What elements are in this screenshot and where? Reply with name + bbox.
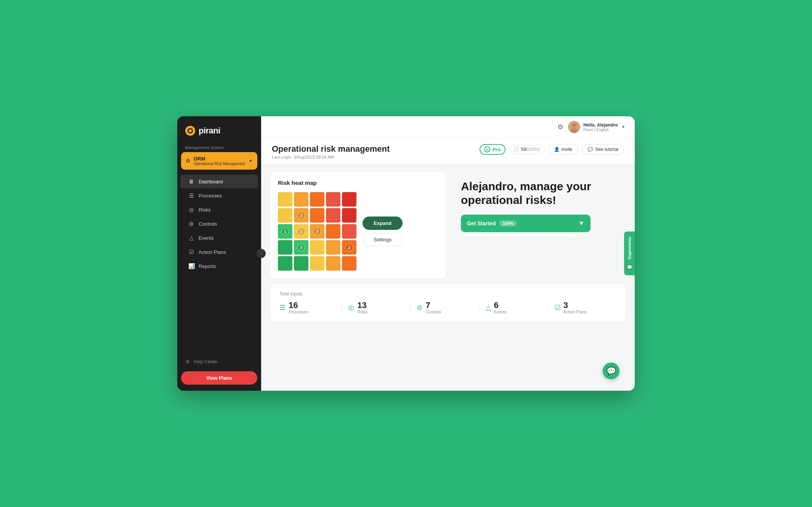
stat-item-processes: ☰ 16 Processes [279, 301, 342, 314]
settings-icon[interactable]: ⚙ [557, 123, 563, 131]
sugerencias-icon: 💬 [627, 265, 632, 270]
cell-number: 3 [297, 244, 305, 251]
stats-title: Total inputs [279, 291, 616, 297]
heatmap-cell [310, 256, 324, 271]
processes-label: Processes [289, 310, 308, 314]
get-started-chevron-icon: ▼ [578, 220, 584, 227]
credits-icon: 📄 [514, 147, 519, 152]
heatmap-buttons: Expand Settings [363, 217, 403, 246]
stats-card: Total inputs ☰ 16 Processes ◎ 13 Risks [270, 284, 626, 321]
heatmap-settings-button[interactable]: Settings [363, 233, 403, 246]
heatmap-row [278, 192, 356, 207]
heatmap-cell: 1 [278, 224, 292, 239]
controls-count: 7 [425, 301, 441, 310]
stat-values: 6 Events [494, 301, 507, 314]
controls-stat-icon: ⊜ [417, 303, 422, 312]
get-started-left: Get Started 100% [467, 220, 517, 226]
sidebar-item-label: Events [199, 235, 214, 241]
heatmap-cell [310, 208, 324, 223]
processes-icon: ☰ [188, 193, 195, 199]
see-tutorial-button[interactable]: 💬 See tutorial [582, 144, 624, 155]
cell-number: 3 [313, 228, 321, 235]
heatmap-cell [278, 240, 292, 255]
sidebar-item-events[interactable]: △ Events [180, 231, 258, 245]
orm-chevron-icon: ▼ [249, 159, 253, 163]
help-center-item[interactable]: ⚙ Help Center [181, 356, 257, 367]
logo-text: pirani [199, 126, 220, 136]
nav-menu: 🖥 Dashboard ☰ Processes ◎ Risks ⊜ Contro… [177, 173, 261, 351]
pro-icon: ◎ [484, 146, 490, 152]
user-info: Hello, Alejandro Pirani | English [583, 122, 618, 132]
events-icon: △ [188, 235, 195, 241]
management-system-label: Management system [177, 142, 261, 152]
controls-icon: ⊜ [188, 221, 195, 227]
heatmap-cell [294, 192, 308, 207]
sidebar-item-label: Dashboard [199, 179, 223, 185]
stat-item-action-plans: ☑ 3 Action Plans [548, 301, 616, 314]
stat-item-risks: ◎ 13 Risks [342, 301, 411, 314]
processes-count: 16 [289, 301, 308, 310]
heatmap-cell: 2 [294, 208, 308, 223]
heatmap-cell [310, 192, 324, 207]
get-started-progress: 100% [499, 220, 516, 226]
page-body: Risk heat map [261, 164, 635, 391]
invite-button[interactable]: 👤 Invite [548, 144, 578, 155]
sidebar-item-reports[interactable]: 📊 Reports [180, 259, 258, 273]
welcome-heading: Alejandro, manage your operational risks… [461, 180, 618, 207]
stat-item-events: △ 6 Events [480, 301, 548, 314]
tutorial-label: See tutorial [595, 147, 618, 152]
sidebar-item-action-plans[interactable]: ☑ Action Plans [180, 245, 258, 259]
heatmap-card: Risk heat map [270, 172, 446, 278]
welcome-section: Alejandro, manage your operational risks… [453, 172, 626, 244]
sidebar-footer: ⚙ Help Center View Plans [177, 351, 261, 391]
cell-number: 2 [297, 212, 305, 219]
sidebar-item-label: Risks [199, 207, 211, 213]
heatmap-row: 2 [278, 208, 356, 223]
credits-badge: 📄 59/16000 [509, 145, 544, 154]
credits-count: 59/16000 [521, 147, 540, 152]
svg-point-4 [572, 123, 576, 128]
sidebar-item-label: Reports [199, 263, 216, 269]
sidebar-item-dashboard[interactable]: 🖥 Dashboard [180, 175, 258, 188]
heatmap-cell: 3 [310, 224, 324, 239]
top-section: Risk heat map [270, 172, 626, 278]
risks-icon: ◎ [188, 207, 195, 213]
tutorial-icon: 💬 [587, 147, 593, 152]
sidebar-item-label: Controls [199, 221, 217, 227]
sidebar: pirani ‹ Management system ⚙ ORM Operati… [177, 116, 261, 391]
heatmap-title: Risk heat map [278, 180, 438, 186]
heatmap-row [278, 256, 356, 271]
invite-label: Invite [562, 147, 573, 152]
main-content: ⚙ Hello, Alejandro Pirani | English ▼ [261, 116, 635, 391]
heatmap-cell [278, 192, 292, 207]
user-profile[interactable]: Hello, Alejandro Pirani | English ▼ [568, 121, 626, 133]
orm-section[interactable]: ⚙ ORM Operational Risk Management ▼ [181, 152, 257, 170]
events-count: 6 [494, 301, 507, 310]
sidebar-item-controls[interactable]: ⊜ Controls [180, 217, 258, 231]
help-center-label: Help Center [194, 359, 218, 364]
heatmap-cell: 3 [294, 240, 308, 255]
view-plans-button[interactable]: View Plans [181, 371, 257, 385]
dashboard-icon: 🖥 [188, 178, 195, 185]
chat-button[interactable]: 💬 [603, 363, 619, 379]
stat-values: 3 Action Plans [563, 301, 587, 314]
help-center-icon: ⚙ [186, 359, 190, 364]
avatar [568, 121, 580, 133]
heatmap-cell [310, 240, 324, 255]
pro-badge: ◎ Pro [480, 144, 505, 155]
heatmap-cell [294, 256, 308, 271]
page-actions: ◎ Pro 📄 59/16000 👤 Invite 💬 See tutorial [480, 144, 624, 155]
user-chevron-icon: ▼ [621, 124, 626, 130]
sidebar-item-processes[interactable]: ☰ Processes [180, 189, 258, 202]
sidebar-item-risks[interactable]: ◎ Risks [180, 203, 258, 217]
heatmap-row: 1 2 3 [278, 224, 356, 239]
heatmap-cell: 2 [342, 240, 356, 255]
heatmap-cell [326, 240, 340, 255]
sidebar-collapse-button[interactable]: ‹ [257, 249, 266, 258]
expand-button[interactable]: Expand [363, 217, 403, 230]
risks-count: 13 [357, 301, 367, 310]
page-title: Operational risk management [272, 144, 390, 154]
sugerencias-panel[interactable]: Sugerencias 💬 [624, 231, 635, 275]
get-started-card[interactable]: Get Started 100% ▼ [461, 215, 591, 232]
action-plans-icon: ☑ [188, 249, 195, 255]
